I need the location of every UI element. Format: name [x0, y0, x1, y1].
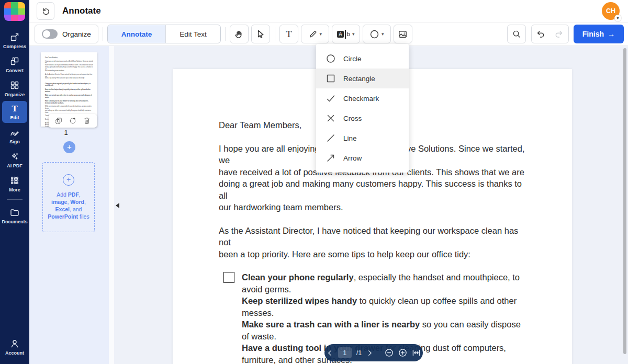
back-button[interactable] — [37, 2, 54, 20]
rotate-ccw-icon — [41, 7, 50, 16]
compress-icon — [9, 32, 20, 42]
add-files-dropzone[interactable]: + Add PDF, image, Word, Excel, and Power… — [42, 162, 95, 232]
next-page-button[interactable] — [366, 349, 373, 357]
checklist-item: Keep sterilized wipes handy to quickly c… — [242, 295, 526, 318]
rotate-page-icon[interactable] — [69, 117, 77, 125]
pen-tool[interactable]: ▾ — [301, 25, 329, 43]
sidebar-item-compress[interactable]: Compress — [2, 29, 27, 52]
checkmark-icon — [326, 93, 336, 104]
vertical-scrollbar[interactable] — [623, 48, 626, 354]
search-icon — [512, 29, 521, 39]
organize-toggle[interactable]: Organize — [35, 25, 98, 43]
rectangle-annotation[interactable] — [223, 272, 234, 283]
rectangle-icon — [326, 73, 336, 84]
text-tool[interactable]: T — [279, 25, 298, 43]
thumbnail-panel: Dear Team Members, I hope you are all en… — [29, 46, 109, 364]
avatar-initials: CH — [606, 7, 615, 15]
collapse-panel-arrow-icon[interactable] — [116, 203, 119, 208]
menu-item-label: Rectangle — [343, 75, 375, 83]
sidebar-item-label: Convert — [6, 68, 24, 73]
menu-item-label: Circle — [343, 55, 362, 63]
convert-icon — [9, 56, 20, 66]
ai-pdf-icon — [9, 151, 20, 162]
app-logo[interactable] — [4, 2, 25, 21]
line-icon — [326, 133, 336, 143]
sidebar-item-convert[interactable]: Convert — [2, 53, 27, 76]
duplicate-page-icon[interactable] — [54, 117, 63, 125]
sidebar-item-edit[interactable]: T Edit — [2, 101, 27, 123]
finish-button[interactable]: Finish → — [574, 25, 624, 43]
text-style-tool[interactable]: Ab ▾ — [332, 25, 360, 43]
chevron-down-icon: ▾ — [352, 31, 355, 37]
organize-toggle-label: Organize — [62, 30, 91, 38]
sidebar-item-label: Compress — [3, 44, 26, 49]
finish-label: Finish — [582, 30, 604, 38]
page-total-label: /1 — [356, 349, 362, 357]
zoom-in-button[interactable] — [398, 348, 407, 357]
page-navigation-pill: 1 /1 — [324, 344, 423, 361]
menu-item-line[interactable]: Line — [316, 128, 409, 148]
image-tool[interactable] — [394, 25, 412, 43]
tab-annotate[interactable]: Annotate — [108, 25, 166, 43]
redo-button[interactable] — [550, 25, 568, 43]
sidebar-item-label: More — [9, 187, 20, 192]
sidebar-item-documents[interactable]: Documents — [2, 204, 27, 227]
pen-icon — [308, 29, 318, 39]
text-tool-icon: T — [286, 29, 291, 39]
zoom-out-button[interactable] — [385, 348, 394, 357]
page-title: Annotate — [62, 6, 101, 16]
sidebar-item-account[interactable]: Account — [2, 335, 27, 358]
checklist-item: Clean your phone regularly, especially t… — [242, 271, 526, 295]
undo-icon — [536, 29, 545, 39]
sign-icon — [9, 127, 20, 138]
menu-item-arrow[interactable]: Arrow — [316, 148, 409, 168]
delete-page-icon[interactable] — [83, 117, 91, 125]
chevron-down-icon: ▾ — [382, 31, 384, 37]
undo-button[interactable] — [532, 25, 550, 43]
sidebar-item-ai-pdf[interactable]: AI PDF — [2, 148, 27, 171]
documents-folder-icon — [9, 207, 20, 218]
current-page-input[interactable]: 1 — [338, 347, 352, 358]
pan-hand-tool[interactable] — [230, 25, 249, 43]
sidebar-item-sign[interactable]: Sign — [2, 124, 27, 147]
sidebar-item-label: Organize — [5, 92, 25, 97]
menu-item-checkmark[interactable]: Checkmark — [316, 88, 409, 108]
hand-icon — [234, 29, 244, 39]
top-header: Annotate CH ▾ — [29, 0, 628, 22]
toolbar-divider — [225, 27, 226, 41]
shape-dropdown-menu: Circle Rectangle Checkmark Cross Line Ar… — [316, 44, 409, 173]
undo-redo-group — [531, 25, 569, 43]
sidebar-item-label: Documents — [2, 219, 28, 224]
shape-tool[interactable]: ▾ — [363, 25, 391, 43]
add-files-text: Add PDF, image, Word, Excel, and PowerPo… — [48, 191, 89, 220]
mode-tabs: Annotate Edit Text — [107, 25, 221, 43]
cursor-arrow-icon — [255, 29, 265, 39]
menu-item-label: Line — [343, 134, 357, 142]
sidebar-nav: Compress Convert Organize T Edit Sign AI… — [2, 28, 27, 228]
menu-item-circle[interactable]: Circle — [316, 49, 409, 69]
chevron-down-icon: ▾ — [320, 31, 322, 37]
sidebar-item-more[interactable]: More — [2, 172, 27, 195]
circle-icon — [326, 53, 336, 64]
organize-icon — [9, 80, 20, 90]
cross-icon — [326, 113, 336, 123]
text-style-icon: Ab — [337, 30, 350, 39]
plus-circle-icon: + — [63, 174, 74, 186]
checklist-item: Make sure a trash can with a liner is ne… — [242, 318, 526, 342]
sidebar-item-organize[interactable]: Organize — [2, 77, 27, 100]
chevron-down-icon: ▾ — [614, 15, 621, 21]
tab-edit-text[interactable]: Edit Text — [165, 25, 220, 43]
select-tool[interactable] — [251, 25, 270, 43]
account-avatar[interactable]: CH ▾ — [602, 2, 620, 20]
search-button[interactable] — [507, 25, 526, 43]
toolbar-divider — [275, 27, 275, 41]
menu-item-cross[interactable]: Cross — [316, 108, 409, 128]
previous-page-button[interactable] — [327, 349, 333, 357]
menu-item-rectangle[interactable]: Rectangle — [316, 69, 409, 88]
fit-width-button[interactable] — [412, 349, 421, 357]
menu-item-label: Arrow — [343, 154, 362, 162]
annotation-toolbar: Organize Annotate Edit Text T ▾ Ab ▾ ▾ F… — [29, 22, 628, 46]
add-page-button[interactable]: + — [63, 141, 75, 153]
account-person-icon — [9, 338, 20, 349]
image-icon — [398, 29, 408, 39]
